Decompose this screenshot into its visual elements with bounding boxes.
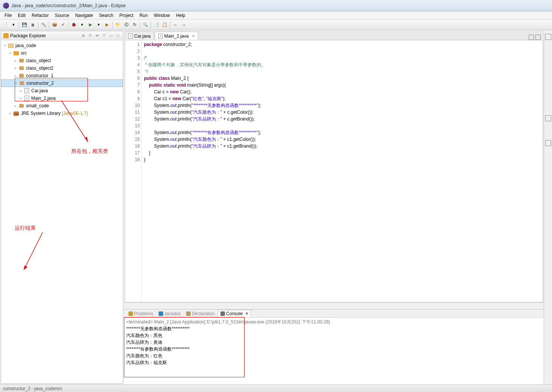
debug-dropdown[interactable]: ▾ [78, 21, 86, 29]
forward-button[interactable]: → [180, 21, 188, 29]
editor-tabs: JCar.java JMain_2.java✕ [125, 31, 543, 40]
view-menu-button[interactable]: ▽ [101, 33, 107, 39]
tree-package[interactable]: ▹small_code [1, 102, 123, 110]
menu-help[interactable]: Help [173, 12, 188, 19]
run-dropdown[interactable]: ▾ [95, 21, 102, 29]
other-view-button[interactable] [545, 140, 551, 146]
status-bar: constructor_2 - java_code/src [0, 384, 552, 392]
package-explorer-view: Package Explorer ✕ ⇱ ⇄ ▽ ▭ ▢ ▿java_code … [1, 31, 123, 384]
menu-edit[interactable]: Edit [15, 12, 29, 19]
open-type-button[interactable]: 📦 [51, 21, 58, 29]
annotation-arrow-2 [20, 232, 54, 274]
problems-icon [128, 311, 133, 316]
main-area: Package Explorer ✕ ⇱ ⇄ ▽ ▭ ▢ ▿java_code … [0, 30, 552, 384]
status-text: constructor_2 - java_code/src [3, 386, 62, 391]
new-class-button[interactable]: Ⓒ [122, 21, 130, 29]
task-list-button[interactable] [545, 115, 551, 121]
annotation-text-1: 所在包，相关类 [71, 148, 108, 155]
close-tab-icon[interactable]: ✕ [192, 34, 195, 38]
code-content[interactable]: package constructor_2; /* * 创建两个对象，实例化汽车… [142, 40, 543, 302]
back-button[interactable]: ← [172, 21, 179, 29]
outline-view-button[interactable] [545, 34, 551, 40]
save-all-button[interactable]: 🗎 [29, 21, 37, 29]
console-line: ********有参数构造函数********** [126, 346, 541, 352]
tree-package[interactable]: ▹class_object2 [1, 64, 123, 72]
refresh-button[interactable]: ↻ [131, 21, 138, 29]
menu-navigate[interactable]: Navigate [72, 12, 96, 19]
minimize-view-button[interactable]: ▭ [108, 33, 114, 39]
menubar: FileEditRefactorSourceNavigateSearchProj… [0, 11, 552, 20]
tree-project[interactable]: ▿java_code [1, 42, 123, 49]
menu-file[interactable]: File [2, 12, 15, 19]
editor-area: JCar.java JMain_2.java✕ 1234567891011121… [125, 31, 543, 308]
java-file-icon: J [158, 34, 163, 39]
maximize-view-button[interactable]: ▢ [115, 33, 121, 39]
console-line: 汽车颜色为：黑色 [126, 332, 541, 339]
java-file-icon: J [128, 34, 133, 39]
tree-java-file[interactable]: ▹JMain_2.java [1, 95, 123, 102]
bottom-tab-console[interactable]: Console✕ [218, 310, 251, 317]
new-button[interactable]: 📄 [2, 21, 9, 29]
new-package-button[interactable]: 📁 [114, 21, 122, 29]
tree-package[interactable]: ▹constructor_1 [1, 72, 123, 79]
tree-package[interactable]: ▹class_object [1, 57, 123, 64]
minimize-editor-button[interactable] [529, 35, 534, 40]
run-button[interactable]: ▶ [87, 21, 94, 29]
tree-java-file[interactable]: ▹JCar.java [1, 87, 123, 95]
console-line: 汽车品牌为：福克斯 [126, 359, 541, 366]
right-trim-bar [544, 30, 552, 384]
build-button[interactable]: 🔨 [40, 21, 47, 29]
maximize-editor-button[interactable] [535, 35, 541, 40]
toggle-button[interactable]: ✓ [59, 21, 67, 29]
main-toolbar: 📄 ▾ 💾 🗎 🔨 📦 ✓ 🐞 ▾ ▶ ▾ ▶ 📁 Ⓒ ↻ 🔍 📑 📋 ← → [0, 20, 552, 30]
view-close-x[interactable]: ✕ [81, 33, 85, 38]
horizontal-scrollbar[interactable] [125, 302, 543, 308]
bottom-tab-declaration[interactable]: Declaration [184, 310, 217, 317]
bottom-tabs: ProblemsJavadocDeclarationConsole✕ [124, 310, 544, 318]
editor-tab-active[interactable]: JMain_2.java✕ [155, 32, 198, 40]
code-editor[interactable]: 123456789101112131415161718 package cons… [125, 40, 543, 302]
package-explorer-icon [3, 33, 9, 38]
menu-window[interactable]: Window [151, 12, 173, 19]
declaration-icon [186, 311, 191, 316]
bottom-panel: ProblemsJavadocDeclarationConsole✕ <term… [124, 309, 544, 384]
window-title: Java - java_code/src/constructor_2/Main_… [11, 3, 125, 8]
package-explorer-header: Package Explorer ✕ ⇱ ⇄ ▽ ▭ ▢ [1, 31, 123, 40]
console-line: 汽车品牌为：奥迪 [126, 339, 541, 346]
nav2-button[interactable]: 📋 [161, 21, 168, 29]
debug-button[interactable]: 🐞 [70, 21, 78, 29]
svg-marker-1 [85, 137, 88, 142]
gutter-marker [125, 40, 130, 302]
annotation-text-2: 运行结果 [15, 225, 36, 232]
project-tree[interactable]: ▿java_code ▿src ▹class_object ▹class_obj… [1, 40, 123, 383]
javadoc-icon [159, 311, 163, 316]
menu-run[interactable]: Run [136, 12, 151, 19]
console-line: ********无参数构造函数********** [126, 325, 541, 332]
console-terminated-line: <terminated> Main_2 [Java Application] D… [126, 319, 541, 325]
tree-jre-library[interactable]: ▹JRE System Library [JavaSE-1.7] [1, 110, 123, 117]
nav-button[interactable]: 📑 [153, 21, 160, 29]
package-explorer-title: Package Explorer [10, 33, 79, 38]
collapse-all-button[interactable]: ⇱ [87, 33, 93, 39]
search-button[interactable]: 🔍 [142, 21, 149, 29]
bottom-tab-problems[interactable]: Problems [126, 310, 156, 317]
eclipse-icon [3, 3, 9, 9]
bottom-tab-javadoc[interactable]: Javadoc [156, 310, 183, 317]
menu-search[interactable]: Search [96, 12, 116, 19]
link-editor-button[interactable]: ⇄ [94, 33, 100, 39]
menu-refactor[interactable]: Refactor [29, 12, 52, 19]
editor-tab[interactable]: JCar.java [125, 32, 154, 40]
save-button[interactable]: 💾 [21, 21, 28, 29]
tree-package-selected[interactable]: ▿constructor_2 [1, 79, 123, 87]
tree-src-folder[interactable]: ▿src [1, 49, 123, 57]
run-last-button[interactable]: ▶ [103, 21, 111, 29]
window-titlebar: Java - java_code/src/constructor_2/Main_… [0, 0, 552, 11]
console-icon [220, 311, 225, 316]
console-output[interactable]: <terminated> Main_2 [Java Application] D… [124, 318, 544, 384]
new-dropdown[interactable]: ▾ [10, 21, 17, 29]
close-view-icon[interactable]: ✕ [245, 311, 248, 316]
menu-source[interactable]: Source [52, 12, 72, 19]
menu-project[interactable]: Project [116, 12, 136, 19]
console-line: 汽车颜色为：红色 [126, 352, 541, 359]
svg-marker-3 [24, 265, 28, 270]
